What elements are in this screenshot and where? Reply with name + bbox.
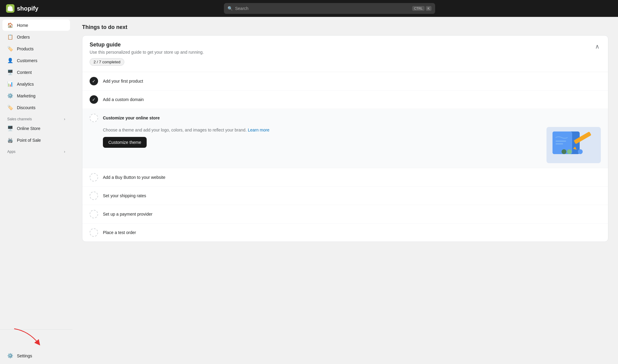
sidebar-item-discounts[interactable]: 🏷️ Discounts [2,102,70,113]
progress-text: 2 / 7 completed [94,60,120,64]
task-buy-button[interactable]: Add a Buy Button to your website [82,168,608,187]
sidebar-label-analytics: Analytics [17,82,34,87]
red-arrow [9,326,48,350]
sidebar-label-discounts: Discounts [17,105,35,110]
task-check-custom-domain: ✓ [90,95,98,104]
task-label-customize-store: Customize your online store [103,116,160,120]
task-custom-domain[interactable]: ✓ Add a custom domain [82,90,608,109]
setup-guide-title: Setup guide [90,42,204,48]
settings-icon: ⚙️ [7,353,13,359]
card-header: Setup guide Use this personalized guide … [82,36,608,72]
sidebar-bottom: ⚙️ Settings [0,329,72,362]
sidebar-item-settings[interactable]: ⚙️ Settings [2,350,70,361]
online-store-icon: 🖥️ [7,125,13,131]
task-label-first-product: Add your first product [103,79,143,84]
task-label-test-order: Place a test order [103,230,136,235]
main-content: Things to do next Setup guide Use this p… [72,17,618,364]
task-check-customize-store [90,114,98,122]
task-payment[interactable]: Set up a payment provider [82,205,608,223]
progress-badge: 2 / 7 completed [90,58,124,66]
logo: shopify [6,4,42,13]
learn-more-link[interactable]: Learn more [248,128,269,132]
sidebar-label-pos: Point of Sale [17,138,41,143]
svg-rect-10 [556,143,563,144]
task-first-product[interactable]: ✓ Add your first product [82,72,608,90]
sidebar-item-analytics[interactable]: 📊 Analytics [2,78,70,90]
top-navigation: shopify 🔍 Search CTRL K [0,0,618,17]
marketing-icon: ⚙️ [7,93,13,99]
analytics-icon: 📊 [7,81,13,87]
task-label-custom-domain: Add a custom domain [103,97,144,102]
task-check-test-order [90,228,98,237]
pos-icon: 🖨️ [7,137,13,143]
settings-area: ⚙️ Settings [0,350,72,361]
task-expanded-content: Choose a theme and add your logo, colors… [90,127,601,163]
illustration-svg [546,127,601,163]
task-shipping[interactable]: Set your shipping rates [82,187,608,205]
svg-point-5 [562,149,566,154]
task-illustration [546,127,601,163]
customers-icon: 👤 [7,58,13,63]
main-layout: 🏠 Home 📋 Orders 🏷️ Products 👤 Customers … [0,17,618,364]
sidebar-item-orders[interactable]: 📋 Orders [2,31,70,43]
sidebar-label-orders: Orders [17,35,30,40]
k-key: K [426,6,432,11]
sidebar-label-customers: Customers [17,58,37,63]
content-icon: 🖥️ [7,69,13,75]
sales-channels-expand-icon[interactable]: › [64,117,65,121]
task-check-payment [90,210,98,218]
task-test-order[interactable]: Place a test order [82,223,608,242]
setup-guide-card: Setup guide Use this personalized guide … [82,35,608,242]
search-bar[interactable]: 🔍 Search CTRL K [224,3,435,14]
discounts-icon: 🏷️ [7,105,13,110]
page-title: Things to do next [82,24,608,30]
task-check-shipping [90,191,98,200]
sidebar-item-content[interactable]: 🖥️ Content [2,67,70,78]
sidebar-item-online-store[interactable]: 🖥️ Online Store [2,123,70,134]
sidebar-label-marketing: Marketing [17,93,35,98]
orders-icon: 📋 [7,34,13,40]
svg-rect-9 [556,141,566,142]
ctrl-key: CTRL [412,6,425,11]
sales-channels-section: Sales channels › [0,113,72,122]
task-check-buy-button [90,173,98,182]
customize-theme-button[interactable]: Customize theme [103,137,147,148]
svg-point-7 [572,149,577,154]
home-icon: 🏠 [7,22,13,28]
shopify-logo-icon [6,4,14,13]
task-label-buy-button: Add a Buy Button to your website [103,175,165,180]
svg-point-6 [567,149,572,154]
sidebar-label-settings: Settings [17,353,32,358]
task-customize-store[interactable]: Customize your online store Choose a the… [82,109,608,168]
task-label-shipping: Set your shipping rates [103,193,146,198]
sidebar-item-home[interactable]: 🏠 Home [2,20,70,31]
setup-guide-description: Use this personalized guide to get your … [90,50,204,55]
task-description: Choose a theme and add your logo, colors… [103,127,269,133]
apps-section: Apps › [0,146,72,155]
sidebar-item-products[interactable]: 🏷️ Products [2,43,70,54]
search-shortcut: CTRL K [412,6,432,11]
card-header-left: Setup guide Use this personalized guide … [90,42,204,66]
svg-point-8 [578,149,583,154]
sidebar-label-home: Home [17,23,28,28]
task-check-first-product: ✓ [90,77,98,85]
collapse-button[interactable]: ∧ [594,42,601,51]
sidebar-label-online-store: Online Store [17,126,40,131]
sidebar-item-marketing[interactable]: ⚙️ Marketing [2,90,70,101]
apps-expand-icon[interactable]: › [64,150,65,154]
task-label-payment: Set up a payment provider [103,212,152,217]
products-icon: 🏷️ [7,46,13,52]
task-description-area: Choose a theme and add your logo, colors… [103,127,269,148]
search-icon: 🔍 [228,6,233,11]
sidebar-label-products: Products [17,46,33,51]
sidebar-item-point-of-sale[interactable]: 🖨️ Point of Sale [2,135,70,146]
task-customize-store-main: Customize your online store [90,114,601,122]
sidebar: 🏠 Home 📋 Orders 🏷️ Products 👤 Customers … [0,17,72,364]
sidebar-label-content: Content [17,70,32,75]
search-placeholder: Search [235,6,248,11]
sidebar-item-customers[interactable]: 👤 Customers [2,55,70,66]
logo-text: shopify [17,5,38,12]
